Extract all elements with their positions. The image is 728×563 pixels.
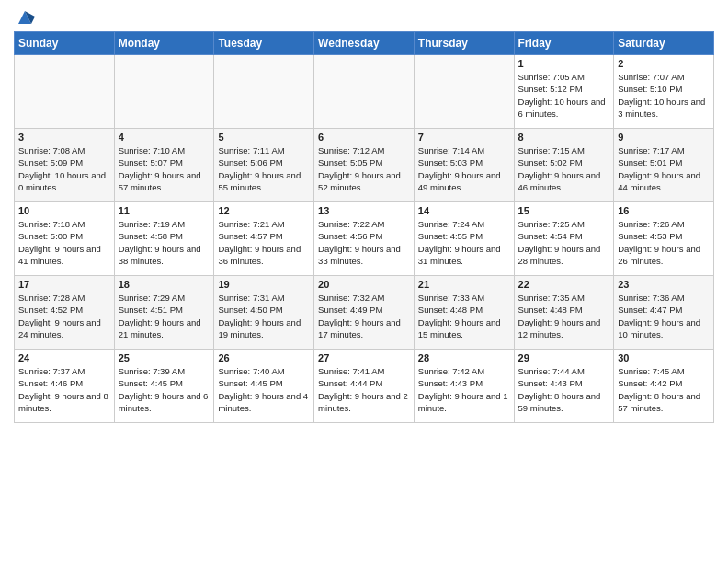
day-number: 29 xyxy=(518,352,610,363)
day-info: Sunrise: 7:15 AM Sunset: 5:02 PM Dayligh… xyxy=(518,144,610,193)
calendar-cell: 3Sunrise: 7:08 AM Sunset: 5:09 PM Daylig… xyxy=(15,129,115,202)
calendar-cell: 14Sunrise: 7:24 AM Sunset: 4:55 PM Dayli… xyxy=(414,202,514,276)
calendar-table: SundayMondayTuesdayWednesdayThursdayFrid… xyxy=(14,31,714,423)
day-number: 18 xyxy=(119,279,210,290)
day-info: Sunrise: 7:05 AM Sunset: 5:12 PM Dayligh… xyxy=(518,71,610,120)
day-number: 19 xyxy=(218,279,310,290)
day-info: Sunrise: 7:21 AM Sunset: 4:57 PM Dayligh… xyxy=(218,218,310,267)
day-info: Sunrise: 7:39 AM Sunset: 4:45 PM Dayligh… xyxy=(119,365,210,414)
day-info: Sunrise: 7:24 AM Sunset: 4:55 PM Dayligh… xyxy=(418,218,510,267)
day-number: 15 xyxy=(518,205,610,216)
weekday-header: Wednesday xyxy=(314,32,415,55)
calendar-cell: 13Sunrise: 7:22 AM Sunset: 4:56 PM Dayli… xyxy=(314,202,415,276)
day-info: Sunrise: 7:18 AM Sunset: 5:00 PM Dayligh… xyxy=(18,218,110,267)
day-info: Sunrise: 7:41 AM Sunset: 4:44 PM Dayligh… xyxy=(318,365,410,414)
calendar-cell: 25Sunrise: 7:39 AM Sunset: 4:45 PM Dayli… xyxy=(114,350,214,423)
day-info: Sunrise: 7:37 AM Sunset: 4:46 PM Dayligh… xyxy=(18,365,110,414)
calendar-cell: 12Sunrise: 7:21 AM Sunset: 4:57 PM Dayli… xyxy=(214,202,314,276)
calendar-cell xyxy=(214,55,314,129)
weekday-header: Saturday xyxy=(614,32,714,55)
calendar-cell: 10Sunrise: 7:18 AM Sunset: 5:00 PM Dayli… xyxy=(15,202,115,276)
day-number: 13 xyxy=(318,205,410,216)
day-info: Sunrise: 7:14 AM Sunset: 5:03 PM Dayligh… xyxy=(418,144,510,193)
calendar-cell: 20Sunrise: 7:32 AM Sunset: 4:49 PM Dayli… xyxy=(314,276,415,350)
day-info: Sunrise: 7:22 AM Sunset: 4:56 PM Dayligh… xyxy=(318,218,410,267)
day-info: Sunrise: 7:26 AM Sunset: 4:53 PM Dayligh… xyxy=(618,218,710,267)
calendar-cell: 27Sunrise: 7:41 AM Sunset: 4:44 PM Dayli… xyxy=(314,350,415,423)
weekday-header: Sunday xyxy=(15,32,115,55)
logo-icon xyxy=(15,7,35,28)
day-info: Sunrise: 7:31 AM Sunset: 4:50 PM Dayligh… xyxy=(218,292,310,340)
weekday-header: Friday xyxy=(514,32,614,55)
day-info: Sunrise: 7:11 AM Sunset: 5:06 PM Dayligh… xyxy=(218,144,310,193)
weekday-header: Monday xyxy=(114,32,214,55)
calendar-cell: 21Sunrise: 7:33 AM Sunset: 4:48 PM Dayli… xyxy=(414,276,514,350)
calendar-cell: 5Sunrise: 7:11 AM Sunset: 5:06 PM Daylig… xyxy=(214,129,314,202)
day-number: 25 xyxy=(119,352,210,363)
day-number: 8 xyxy=(518,132,610,143)
day-number: 9 xyxy=(618,132,710,143)
day-number: 28 xyxy=(418,352,510,363)
page-container: SundayMondayTuesdayWednesdayThursdayFrid… xyxy=(0,0,728,432)
day-number: 23 xyxy=(618,279,710,290)
calendar-week-row: 17Sunrise: 7:28 AM Sunset: 4:52 PM Dayli… xyxy=(15,276,714,350)
day-number: 16 xyxy=(618,205,710,216)
day-number: 5 xyxy=(218,132,310,143)
day-number: 24 xyxy=(18,352,110,363)
calendar-week-row: 1Sunrise: 7:05 AM Sunset: 5:12 PM Daylig… xyxy=(15,55,714,129)
day-number: 11 xyxy=(119,205,210,216)
day-number: 14 xyxy=(418,205,510,216)
calendar-cell: 19Sunrise: 7:31 AM Sunset: 4:50 PM Dayli… xyxy=(214,276,314,350)
calendar-cell: 2Sunrise: 7:07 AM Sunset: 5:10 PM Daylig… xyxy=(614,55,714,129)
day-number: 22 xyxy=(518,279,610,290)
weekday-header: Thursday xyxy=(414,32,514,55)
day-number: 26 xyxy=(218,352,310,363)
day-number: 27 xyxy=(318,352,410,363)
calendar-cell: 7Sunrise: 7:14 AM Sunset: 5:03 PM Daylig… xyxy=(414,129,514,202)
day-number: 3 xyxy=(18,132,110,143)
day-info: Sunrise: 7:28 AM Sunset: 4:52 PM Dayligh… xyxy=(18,292,110,340)
day-number: 21 xyxy=(418,279,510,290)
day-number: 10 xyxy=(18,205,110,216)
calendar-cell: 16Sunrise: 7:26 AM Sunset: 4:53 PM Dayli… xyxy=(614,202,714,276)
calendar-cell: 9Sunrise: 7:17 AM Sunset: 5:01 PM Daylig… xyxy=(614,129,714,202)
day-number: 4 xyxy=(119,132,210,143)
day-number: 17 xyxy=(18,279,110,290)
calendar-cell: 24Sunrise: 7:37 AM Sunset: 4:46 PM Dayli… xyxy=(15,350,115,423)
day-number: 7 xyxy=(418,132,510,143)
day-info: Sunrise: 7:08 AM Sunset: 5:09 PM Dayligh… xyxy=(18,144,110,193)
calendar-week-row: 24Sunrise: 7:37 AM Sunset: 4:46 PM Dayli… xyxy=(15,350,714,423)
calendar-cell: 1Sunrise: 7:05 AM Sunset: 5:12 PM Daylig… xyxy=(514,55,614,129)
calendar-cell: 29Sunrise: 7:44 AM Sunset: 4:43 PM Dayli… xyxy=(514,350,614,423)
day-info: Sunrise: 7:40 AM Sunset: 4:45 PM Dayligh… xyxy=(218,365,310,414)
calendar-cell: 17Sunrise: 7:28 AM Sunset: 4:52 PM Dayli… xyxy=(15,276,115,350)
calendar-week-row: 3Sunrise: 7:08 AM Sunset: 5:09 PM Daylig… xyxy=(15,129,714,202)
calendar-cell: 15Sunrise: 7:25 AM Sunset: 4:54 PM Dayli… xyxy=(514,202,614,276)
calendar-cell xyxy=(114,55,214,129)
calendar-cell: 6Sunrise: 7:12 AM Sunset: 5:05 PM Daylig… xyxy=(314,129,415,202)
day-info: Sunrise: 7:25 AM Sunset: 4:54 PM Dayligh… xyxy=(518,218,610,267)
calendar-cell: 11Sunrise: 7:19 AM Sunset: 4:58 PM Dayli… xyxy=(114,202,214,276)
day-info: Sunrise: 7:36 AM Sunset: 4:47 PM Dayligh… xyxy=(618,292,710,340)
logo xyxy=(14,13,35,24)
logo-text xyxy=(14,13,35,24)
day-info: Sunrise: 7:42 AM Sunset: 4:43 PM Dayligh… xyxy=(418,365,510,414)
calendar-cell: 23Sunrise: 7:36 AM Sunset: 4:47 PM Dayli… xyxy=(614,276,714,350)
day-info: Sunrise: 7:33 AM Sunset: 4:48 PM Dayligh… xyxy=(418,292,510,340)
day-info: Sunrise: 7:32 AM Sunset: 4:49 PM Dayligh… xyxy=(318,292,410,340)
day-info: Sunrise: 7:17 AM Sunset: 5:01 PM Dayligh… xyxy=(618,144,710,193)
day-info: Sunrise: 7:35 AM Sunset: 4:48 PM Dayligh… xyxy=(518,292,610,340)
calendar-cell: 8Sunrise: 7:15 AM Sunset: 5:02 PM Daylig… xyxy=(514,129,614,202)
calendar-cell: 28Sunrise: 7:42 AM Sunset: 4:43 PM Dayli… xyxy=(414,350,514,423)
calendar-cell xyxy=(314,55,415,129)
calendar-header-row: SundayMondayTuesdayWednesdayThursdayFrid… xyxy=(15,32,714,55)
day-info: Sunrise: 7:19 AM Sunset: 4:58 PM Dayligh… xyxy=(119,218,210,267)
day-number: 12 xyxy=(218,205,310,216)
day-number: 30 xyxy=(618,352,710,363)
day-info: Sunrise: 7:07 AM Sunset: 5:10 PM Dayligh… xyxy=(618,71,710,120)
calendar-cell: 26Sunrise: 7:40 AM Sunset: 4:45 PM Dayli… xyxy=(214,350,314,423)
header xyxy=(14,9,714,24)
day-info: Sunrise: 7:29 AM Sunset: 4:51 PM Dayligh… xyxy=(119,292,210,340)
weekday-header: Tuesday xyxy=(214,32,314,55)
calendar-cell: 30Sunrise: 7:45 AM Sunset: 4:42 PM Dayli… xyxy=(614,350,714,423)
